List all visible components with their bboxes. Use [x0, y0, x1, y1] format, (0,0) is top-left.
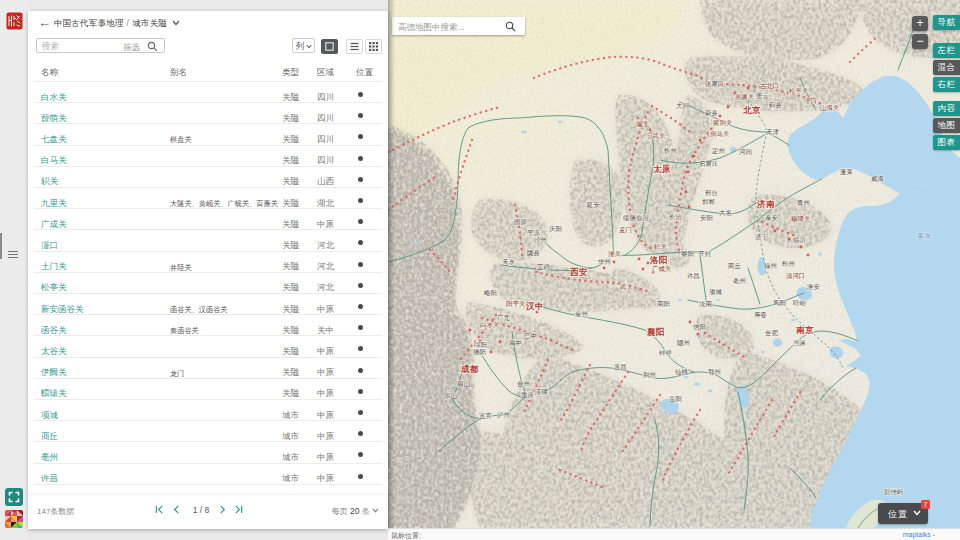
table-row[interactable]: 松亭关关隘河北: [34, 272, 382, 294]
cell-position-dot[interactable]: [358, 346, 363, 351]
data-panel: ← 中国古代军事地理/城市关隘 搜索 筛选 列 名称 别名: [28, 11, 388, 529]
map-place-label: 石家庄: [699, 160, 719, 168]
toolbar-button-导航[interactable]: 导航: [933, 15, 960, 30]
cell-position-dot[interactable]: [358, 410, 363, 415]
map-place-label: 黄海: [917, 232, 932, 240]
table-row[interactable]: 新安函谷关函谷关、汉函谷关关隘中原: [34, 293, 382, 315]
table-row[interactable]: 葭萌关关隘四川: [34, 102, 382, 124]
table-row[interactable]: 广成关关隘中原: [34, 208, 382, 230]
view-toggle-grid[interactable]: [365, 39, 382, 54]
cell-position-dot[interactable]: [358, 240, 363, 245]
map-city-label: 汉中: [525, 301, 544, 311]
mouse-position-label: 鼠标位置:: [391, 531, 421, 540]
map-place-label: 威海: [871, 175, 884, 183]
toolbar-button-右栏[interactable]: 右栏: [933, 77, 960, 92]
table-row[interactable]: 太谷关关隘中原: [34, 335, 382, 357]
map-place-label: 邯郸: [702, 198, 715, 205]
columns-dropdown[interactable]: 列: [292, 38, 315, 53]
table-row[interactable]: 轵关关隘山西: [34, 166, 382, 188]
header-position[interactable]: 位置: [356, 67, 373, 79]
toolbar-button-图表[interactable]: 图表: [933, 135, 960, 150]
cell-position-dot[interactable]: [358, 219, 363, 224]
cell-position-dot[interactable]: [358, 177, 363, 182]
cell-position-dot[interactable]: [358, 134, 363, 139]
table-row[interactable]: 项城城市中原: [34, 399, 382, 421]
table-row[interactable]: 滏口关隘河北: [34, 229, 382, 251]
map-place-label: 宝鸡: [537, 263, 550, 270]
first-page-button[interactable]: [155, 505, 164, 514]
table-row[interactable]: 商丘城市中原: [34, 420, 382, 442]
map-search-icon[interactable]: [505, 21, 516, 32]
header-region[interactable]: 区域: [317, 67, 334, 79]
toolbar-button-内容[interactable]: 内容: [933, 101, 960, 116]
map-place-label: 项城: [709, 288, 722, 295]
view-toggle-card[interactable]: [321, 39, 338, 54]
map-place-label: 蓬莱: [840, 168, 853, 175]
view-toggle-list[interactable]: [346, 39, 363, 54]
cell-position-dot[interactable]: [358, 262, 363, 267]
table-row[interactable]: 亳州城市中原: [34, 441, 382, 463]
header-name[interactable]: 名称: [41, 67, 58, 79]
app-seal-logo[interactable]: [6, 12, 23, 30]
next-page-button[interactable]: [218, 505, 227, 514]
table-search-box[interactable]: 搜索 筛选: [36, 38, 165, 53]
map-canvas[interactable]: 北京太原济南洛阳西安汉中成都襄阳南京张家口古北口松亭关冷口山海关居庸关密云蓟县大…: [388, 0, 960, 528]
table-row[interactable]: 九里关大隧关、黄岘关、广蚬关、百雁关关隘湖北: [34, 187, 382, 209]
map-place-label: 亳州: [733, 277, 746, 284]
table-row[interactable]: 土门关井陉关关隘河北: [34, 251, 382, 273]
table-row[interactable]: 白马关关隘四川: [34, 145, 382, 167]
table-row[interactable]: 许昌城市中原: [34, 463, 382, 485]
maptalks-link[interactable]: maptalks: [903, 531, 931, 538]
map-place-label: 倒马关: [710, 130, 730, 138]
cell-position-dot[interactable]: [358, 283, 363, 288]
prev-page-button[interactable]: [172, 505, 181, 514]
page-size-selector[interactable]: 每页 20 条: [332, 506, 379, 517]
breadcrumb-root[interactable]: 中国古代军事地理: [54, 18, 124, 28]
cell-position-dot[interactable]: [358, 156, 363, 161]
cell-position-dot[interactable]: [358, 113, 363, 118]
map-place-label: 凤阳: [773, 299, 786, 307]
drawer-handle[interactable]: [0, 233, 2, 259]
table-row[interactable]: 伊阙关龙门关隘中原: [34, 357, 382, 379]
cell-position-dot[interactable]: [358, 389, 363, 394]
table-row[interactable]: 白水关关隘四川: [34, 81, 382, 103]
toolbar-button-左栏[interactable]: 左栏: [933, 43, 960, 58]
cell-position-dot[interactable]: [358, 304, 363, 309]
cell-position-dot[interactable]: [358, 452, 363, 457]
map-place-label: 张家口: [704, 80, 724, 88]
cell-position-dot[interactable]: [358, 474, 363, 479]
mosaic-logo[interactable]: [5, 510, 23, 528]
breadcrumb[interactable]: 中国古代军事地理/城市关隘: [54, 18, 180, 30]
fullscreen-button[interactable]: [5, 488, 23, 506]
cell-position-dot[interactable]: [358, 92, 363, 97]
filter-button[interactable]: 筛选: [123, 42, 140, 54]
last-page-button[interactable]: [234, 505, 243, 514]
panel-shadow: [388, 0, 395, 528]
map-place-label: 定州: [712, 147, 725, 155]
map-place-label: 宁武关: [646, 132, 666, 139]
header-type[interactable]: 类型: [282, 67, 299, 79]
cell-position-dot[interactable]: [358, 198, 363, 203]
table-row[interactable]: 轘辕关关隘中原: [34, 378, 382, 400]
toolbar-button-地图[interactable]: 地图: [933, 118, 960, 133]
search-placeholder[interactable]: 搜索: [42, 41, 59, 53]
cell-position-dot[interactable]: [358, 368, 363, 373]
map-place-label: 陇县: [527, 249, 540, 257]
search-icon[interactable]: [147, 41, 158, 52]
zoom-in-button[interactable]: +: [912, 16, 928, 31]
table-row[interactable]: 七盘关棋盘关关隘四川: [34, 123, 382, 145]
grid-view-icon: [369, 42, 378, 51]
breadcrumb-caret-icon[interactable]: [172, 20, 180, 26]
cell-position-dot[interactable]: [358, 431, 363, 436]
zoom-out-button[interactable]: −: [912, 34, 928, 49]
map-place-label: 居庸关: [735, 93, 755, 101]
map-place-label: 岳阳: [669, 395, 682, 403]
header-alias[interactable]: 别名: [170, 67, 187, 79]
table-row[interactable]: 函谷关秦函谷关关隘关中: [34, 314, 382, 336]
menu-icon[interactable]: [8, 249, 18, 257]
toolbar-button-混合[interactable]: 混合: [933, 60, 960, 75]
map-search-box[interactable]: 高德地图中搜索...: [392, 17, 525, 35]
breadcrumb-current[interactable]: 城市关隘: [132, 18, 167, 28]
cell-position-dot[interactable]: [358, 325, 363, 330]
back-button[interactable]: ←: [38, 15, 51, 30]
